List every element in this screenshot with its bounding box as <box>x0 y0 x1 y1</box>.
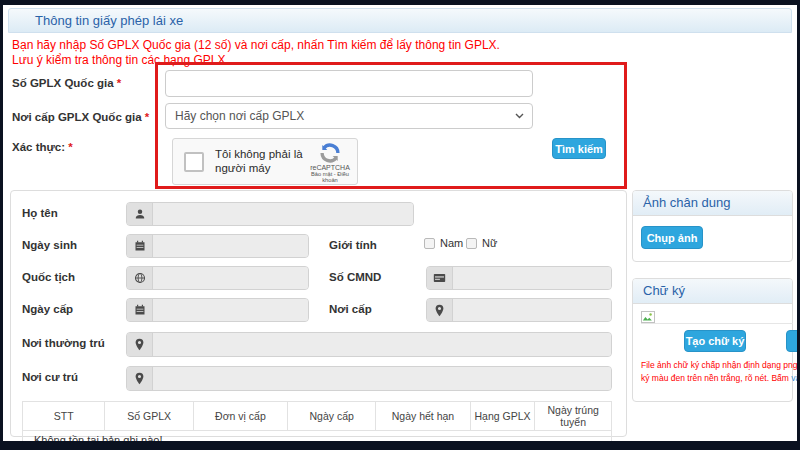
permanent-residence-value <box>153 333 611 356</box>
col-so-gplx: Số GPLX <box>105 402 193 431</box>
id-number-value <box>453 267 611 289</box>
license-details-panel: Họ tên Ngày sinh Giới tính Nam Nữ Qu <box>10 190 627 437</box>
search-button[interactable]: Tìm kiếm <box>552 138 606 159</box>
signature-panel: Chữ ký Tạo chữ ký + File ảnh chữ ký chấp… <box>632 278 793 402</box>
portrait-panel-body: Chụp ảnh <box>633 216 792 261</box>
required-asterisk: * <box>145 111 149 123</box>
globe-icon <box>127 267 153 289</box>
map-pin-icon <box>127 333 153 356</box>
gender-label: Giới tính <box>329 239 377 251</box>
nationality-field <box>126 266 309 290</box>
id-number-field <box>426 266 612 290</box>
capture-photo-button[interactable]: Chụp ảnh <box>641 226 703 249</box>
instruction-line-2: Lưu ý kiểm tra thông tin các hạng GPLX. <box>12 53 229 67</box>
required-asterisk: * <box>117 77 121 89</box>
recaptcha-logo-icon <box>320 143 340 163</box>
map-pin-icon <box>427 299 453 321</box>
residence-value <box>153 367 611 390</box>
captcha-label: Tôi không phải là người máy <box>215 147 321 175</box>
issue-place-select[interactable]: Hãy chọn nơi cấp GPLX <box>165 103 533 129</box>
required-asterisk: * <box>68 141 72 153</box>
signature-note-line-2: ký màu đen trên nền trắng, rõ nét. Bấm v… <box>641 373 793 383</box>
screen-frame: Thông tin giấy phép lái xe Bạn hãy nhập … <box>0 0 800 450</box>
issue-date-label: Ngày cấp <box>22 303 73 315</box>
issue-place-selected-value: Hãy chọn nơi cấp GPLX <box>175 109 304 123</box>
signature-panel-title: Chữ ký <box>633 279 792 304</box>
signature-panel-body: Tạo chữ ký + File ảnh chữ ký chấp nhận đ… <box>633 304 792 401</box>
issue-place-detail-value <box>453 299 611 321</box>
recaptcha-branding: reCAPTCHA Bảo mật - Điều khoản <box>307 143 353 183</box>
gender-male-checkbox <box>424 238 435 249</box>
issue-date-value <box>153 299 308 321</box>
issue-date-field <box>126 298 309 322</box>
signature-note-line-1: File ảnh chữ ký chấp nhận định dạng png,… <box>641 360 793 370</box>
gender-female-option: Nữ <box>482 237 497 249</box>
license-number-input[interactable] <box>165 70 533 97</box>
table-empty-row: Không tồn tại bản ghi nào! <box>23 431 612 442</box>
col-ngay-trung-tuyen: Ngày trúng tuyển <box>535 402 612 431</box>
table-header-row: STT Số GPLX Đơn vị cấp Ngày cấp Ngày hết… <box>23 402 612 431</box>
permanent-residence-label: Nơi thường trú <box>22 337 105 349</box>
col-ngay-cap: Ngày cấp <box>288 402 376 431</box>
col-ngay-het-han: Ngày hết hạn <box>376 402 470 431</box>
recaptcha-brand-text: reCAPTCHA <box>307 164 353 171</box>
captcha-checkbox[interactable] <box>184 152 204 172</box>
birth-date-label: Ngày sinh <box>22 239 77 251</box>
license-number-label: Số GPLX Quốc gia * <box>12 77 121 89</box>
id-number-label: Số CMND <box>329 271 381 283</box>
nationality-value <box>153 267 308 289</box>
birth-date-field <box>126 234 309 258</box>
person-icon <box>127 203 153 225</box>
page-title: Thông tin giấy phép lái xe <box>35 13 183 28</box>
nationality-label: Quốc tịch <box>22 271 75 283</box>
gender-male-option: Nam <box>440 237 463 249</box>
full-name-label: Họ tên <box>22 207 58 219</box>
col-hang-gplx: Hạng GPLX <box>470 402 535 431</box>
page: Thông tin giấy phép lái xe Bạn hãy nhập … <box>3 5 797 441</box>
signature-here-link[interactable]: vào đây <box>791 373 797 383</box>
issue-place-detail-label: Nơi cấp <box>329 303 372 315</box>
map-pin-icon <box>127 367 153 390</box>
gender-female-checkbox <box>466 238 477 249</box>
issue-place-detail-field <box>426 298 612 322</box>
verify-label: Xác thực: * <box>12 141 73 153</box>
col-stt: STT <box>23 402 105 431</box>
portrait-panel-title: Ảnh chân dung <box>633 191 792 216</box>
id-card-icon <box>427 267 453 289</box>
recaptcha-widget: Tôi không phải là người máy reCAPTCHA Bả… <box>172 138 358 185</box>
instruction-line-1: Bạn hãy nhập Số GPLX Quốc gia (12 số) và… <box>12 38 500 52</box>
create-signature-button[interactable]: Tạo chữ ký <box>684 330 746 352</box>
portrait-panel: Ảnh chân dung Chụp ảnh <box>632 190 793 262</box>
empty-message: Không tồn tại bản ghi nào! <box>23 431 612 442</box>
upload-signature-button[interactable]: + <box>786 330 797 352</box>
residence-field <box>126 366 612 391</box>
broken-image-icon <box>641 311 655 323</box>
issue-place-label: Nơi cấp GPLX Quốc gia * <box>12 111 149 123</box>
calendar-icon <box>127 299 153 321</box>
signature-divider <box>641 323 793 324</box>
chevron-down-icon <box>515 113 524 119</box>
calendar-icon <box>127 235 153 257</box>
birth-date-value <box>153 235 308 257</box>
col-don-vi-cap: Đơn vị cấp <box>193 402 287 431</box>
full-name-field <box>126 202 414 226</box>
recaptcha-terms[interactable]: Bảo mật - Điều khoản <box>308 171 352 182</box>
page-title-bar: Thông tin giấy phép lái xe <box>8 8 792 33</box>
license-results-table: STT Số GPLX Đơn vị cấp Ngày cấp Ngày hết… <box>22 401 612 441</box>
permanent-residence-field <box>126 332 612 357</box>
residence-label: Nơi cư trú <box>22 371 78 383</box>
full-name-value <box>153 203 413 225</box>
